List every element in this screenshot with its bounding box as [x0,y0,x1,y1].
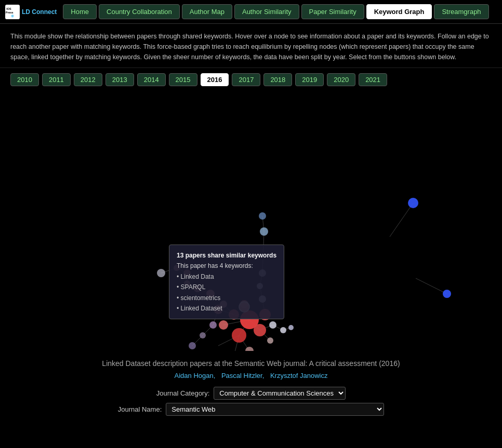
author-3[interactable]: Krzysztof Janowicz [270,372,328,379]
paper-title: Linked Dataset description papers at the… [0,359,502,368]
nav-author-map[interactable]: Author Map [182,4,232,19]
journal-category-label: Journal Category: [156,389,210,397]
svg-line-40 [390,203,413,237]
paper-authors: Aidan Hogan, Pascal Hitzler, Krzysztof J… [0,372,502,379]
year-2014[interactable]: 2014 [137,73,166,86]
ld-connect-logo: LD Connect [22,8,57,16]
nav-country-collaboration[interactable]: Country Collaboration [99,4,180,19]
author-2[interactable]: Pascal Hitzler, [221,372,264,379]
year-bar: 2010 2011 2012 2013 2014 2015 2016 2017 … [0,68,502,91]
keyword-graph-svg [0,91,502,351]
main-nav: Home Country Collaboration Author Map Au… [63,4,488,19]
year-2020[interactable]: 2020 [327,73,355,86]
nav-author-similarity[interactable]: Author Similarity [234,4,299,19]
journal-name-select[interactable]: Semantic Web [166,403,384,416]
node-26 [288,325,294,330]
node-15 [157,269,165,277]
year-2011[interactable]: 2011 [42,73,71,86]
nav-paper-similarity[interactable]: Paper Similarity [301,4,364,19]
node-3 [254,324,266,336]
year-2015[interactable]: 2015 [169,73,197,86]
journal-category-row: Journal Category: Computer & Communicati… [0,387,502,400]
info-box: This module show the relationship betwee… [0,24,502,68]
svg-line-36 [262,232,264,273]
year-2013[interactable]: 2013 [105,73,134,86]
header: IOS Press LD Connect Home Country Collab… [0,0,502,24]
node-selected [239,302,249,312]
node-7 [219,320,228,330]
node-29 [259,269,266,277]
bottom-info: Linked Dataset description papers at the… [0,351,502,423]
svg-text:Press: Press [6,11,14,14]
node-12 [184,280,190,287]
node-11 [194,285,201,292]
nav-streamgraph[interactable]: Streamgraph [434,4,488,19]
year-2021[interactable]: 2021 [359,73,387,86]
ios-press-logo-icon: IOS Press [5,5,20,19]
node-isolated-2 [443,290,451,298]
node-17 [200,332,206,338]
node-14 [174,265,180,271]
svg-line-41 [416,278,447,294]
logo-area: IOS Press LD Connect [5,5,57,19]
svg-text:IOS: IOS [6,7,11,10]
year-2016[interactable]: 2016 [201,73,229,86]
node-24 [269,321,276,329]
node-10 [206,290,215,298]
year-2019[interactable]: 2019 [295,73,324,86]
journal-name-row: Journal Name: Semantic Web [0,403,502,416]
year-2010[interactable]: 2010 [10,73,39,86]
node-30 [260,227,268,236]
node-5 [259,309,271,320]
info-text: This module show the relationship betwee… [10,33,489,61]
node-21 [245,347,254,351]
node-2 [232,328,246,343]
author-1[interactable]: Aidan Hogan, [175,372,216,379]
nav-home[interactable]: Home [63,4,97,19]
year-2018[interactable]: 2018 [263,73,292,86]
node-18 [189,342,196,349]
year-2012[interactable]: 2012 [74,73,102,86]
node-27 [259,295,266,303]
node-32 [267,337,273,344]
node-isolated-1 [408,198,418,208]
year-2017[interactable]: 2017 [232,73,260,86]
node-13 [183,269,191,277]
node-9 [220,301,227,308]
node-25 [280,327,286,333]
node-31 [259,212,266,220]
nav-keyword-graph[interactable]: Keyword Graph [366,4,432,19]
node-16 [209,321,217,329]
node-4 [229,309,239,320]
graph-area[interactable]: 13 papers share similar keywords This pa… [0,91,502,351]
journal-category-select[interactable]: Computer & Communication Sciences [214,387,346,400]
node-28 [257,283,263,289]
journal-name-label: Journal Name: [118,405,162,413]
